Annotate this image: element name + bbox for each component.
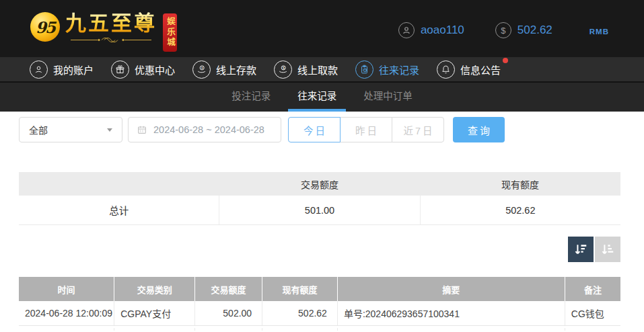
user-icon	[30, 60, 48, 79]
balance-amount: 502.62	[517, 24, 552, 37]
summary-table: 交易额度 现有额度 总计 501.00 502.62	[19, 172, 620, 225]
content-area: 全部 2024-06-28 ~ 2024-06-28 今日 昨日 近7日 查询	[0, 112, 644, 331]
cell-note: CG钱包	[565, 301, 620, 325]
site-logo[interactable]: 95 九五至尊 娱乐城	[30, 12, 177, 52]
cell-time: 2024-06-28 12:00:09	[19, 301, 114, 325]
nav-item-transactions[interactable]: 往来记录	[355, 60, 419, 79]
nav-item-my-account[interactable]: 我的账户	[30, 60, 94, 79]
col-type: 交易类别	[114, 277, 194, 301]
summary-total-label: 总计	[19, 196, 219, 224]
nav-item-deposit[interactable]: ¥ 线上存款	[192, 60, 256, 79]
cell-amount: 502.00	[194, 301, 262, 325]
search-button[interactable]: 查询	[453, 117, 505, 142]
notification-dot	[503, 58, 508, 63]
sort-ascending-button[interactable]	[595, 237, 620, 262]
nav-label: 往来记录	[379, 63, 419, 77]
sort-descending-button[interactable]	[568, 237, 594, 262]
summary-total-balance: 502.62	[420, 196, 620, 224]
col-time: 时间	[19, 277, 114, 301]
col-amount: 交易额度	[194, 277, 262, 301]
quick-yesterday-button[interactable]: 昨日	[340, 117, 392, 142]
app-root: 95 九五至尊 娱乐城	[0, 0, 644, 332]
summary-total-row: 总计 501.00 502.62	[19, 196, 620, 225]
nav-label: 优惠中心	[135, 63, 175, 77]
deposit-icon: ¥	[192, 60, 211, 79]
records-header-row: 时间 交易类别 交易额度 现有额度 摘要 备注	[19, 277, 620, 301]
col-balance: 现有额度	[262, 277, 337, 301]
table-row: 2024-06-28 12:00:09 CGPAY支付 502.00 502.6…	[19, 301, 620, 326]
logo-mark-icon: 95	[30, 12, 60, 42]
quick-range-group: 今日 昨日 近7日	[288, 117, 444, 142]
nav-item-announcements[interactable]: 信息公告	[437, 60, 501, 79]
brand-name: 九五至尊	[65, 12, 157, 35]
tab-pending-orders[interactable]: 处理中订单	[354, 83, 422, 112]
tab-bet-records[interactable]: 投注记录	[222, 83, 280, 112]
nav-label: 线上取款	[297, 63, 338, 77]
date-range-value: 2024-06-28 ~ 2024-06-28	[153, 124, 264, 135]
sub-nav: 投注记录 往来记录 处理中订单	[0, 83, 644, 112]
quick-today-button[interactable]: 今日	[288, 117, 341, 142]
nav-label: 信息公告	[460, 63, 501, 77]
col-summary: 摘要	[337, 277, 565, 301]
sort-toolbar	[568, 237, 620, 262]
user-avatar-icon	[398, 22, 415, 38]
user-area: aoao110 $ 502.62 RMB	[398, 22, 609, 38]
tab-label: 处理中订单	[363, 91, 413, 101]
table-row-partial	[19, 328, 620, 331]
main-nav: 我的账户 优惠中心 ¥ 线上存款 $ 线上取款 往来记录	[0, 57, 644, 83]
user-info[interactable]: aoao110	[398, 22, 464, 38]
currency-label: RMB	[589, 26, 609, 36]
filter-bar: 全部 2024-06-28 ~ 2024-06-28 今日 昨日 近7日 查询	[19, 117, 505, 142]
tab-label: 投注记录	[231, 91, 271, 101]
withdraw-icon: $	[274, 60, 292, 79]
logo-mark-text: 95	[36, 18, 55, 36]
summary-header-empty	[19, 172, 219, 196]
type-select[interactable]: 全部	[19, 117, 122, 142]
logo-text-block: 九五至尊	[65, 12, 157, 44]
col-note: 备注	[565, 277, 620, 301]
summary-header-balance: 现有额度	[420, 172, 620, 196]
tab-label: 往来记录	[297, 91, 336, 101]
tab-transaction-records[interactable]: 往来记录	[288, 83, 346, 112]
summary-header-amount: 交易额度	[219, 172, 420, 196]
records-icon	[355, 60, 373, 79]
cell-summary: 单号:202406293657100341	[337, 301, 565, 325]
date-range-input[interactable]: 2024-06-28 ~ 2024-06-28	[128, 117, 281, 142]
caret-down-icon	[107, 128, 112, 132]
summary-total-amount: 501.00	[219, 196, 419, 224]
top-header: 95 九五至尊 娱乐城	[0, 0, 644, 57]
nav-label: 线上存款	[216, 63, 256, 77]
dollar-glyph: $	[501, 26, 505, 35]
nav-item-withdraw[interactable]: $ 线上取款	[274, 60, 338, 79]
username: aoao110	[421, 24, 464, 37]
nav-item-promotions[interactable]: 优惠中心	[111, 60, 175, 79]
cell-type: CGPAY支付	[114, 301, 194, 325]
gift-icon	[111, 60, 129, 79]
calendar-icon	[137, 124, 147, 135]
type-select-value: 全部	[29, 123, 48, 136]
quick-7days-button[interactable]: 近7日	[392, 117, 444, 142]
bell-icon	[437, 60, 455, 79]
brand-badge: 娱乐城	[163, 13, 177, 52]
records-table: 时间 交易类别 交易额度 现有额度 摘要 备注 2024-06-28 12:00…	[19, 277, 620, 331]
balance-info[interactable]: $ 502.62	[495, 22, 585, 38]
nav-label: 我的账户	[53, 63, 94, 77]
summary-header-row: 交易额度 现有额度	[19, 172, 620, 196]
dollar-icon: $	[495, 22, 511, 38]
cell-balance: 502.62	[262, 301, 337, 325]
flourish-ornament	[69, 36, 153, 44]
